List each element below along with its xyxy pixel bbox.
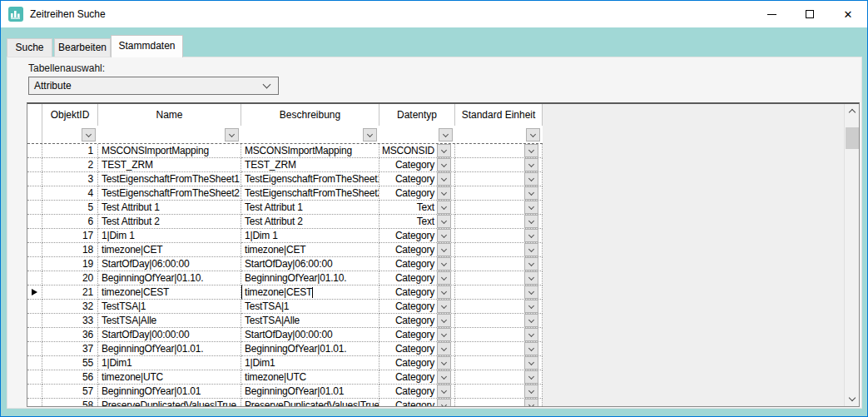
cell-beschreibung[interactable]: StartOfDay|00:00:00 <box>241 328 379 342</box>
cell-datentyp-dropdown[interactable] <box>437 271 451 285</box>
cell-datentyp[interactable]: Category <box>379 314 455 328</box>
cell-name[interactable]: timezone|UTC <box>98 370 241 385</box>
tab-stammdaten[interactable]: Stammdaten <box>111 35 183 57</box>
cell-standard-einheit-dropdown[interactable] <box>524 229 538 242</box>
cell-beschreibung[interactable]: BeginningOfYear|01.01 <box>241 385 379 399</box>
cell-objektid[interactable]: 21 <box>42 285 98 300</box>
cell-beschreibung[interactable]: Test Attribut 1 <box>241 201 379 215</box>
cell-datentyp[interactable]: MSCONSID <box>379 144 455 158</box>
cell-standard-einheit[interactable] <box>455 158 543 172</box>
cell-standard-einheit-dropdown[interactable] <box>524 285 538 299</box>
cell-beschreibung[interactable]: 1|Dim1 <box>241 356 379 370</box>
cell-standard-einheit-dropdown[interactable] <box>524 201 538 214</box>
cell-standard-einheit[interactable] <box>455 314 543 328</box>
cell-datentyp[interactable]: Category <box>379 186 455 201</box>
cell-objektid[interactable]: 6 <box>42 215 98 229</box>
cell-objektid[interactable]: 20 <box>42 271 98 285</box>
cell-standard-einheit-dropdown[interactable] <box>524 370 538 384</box>
row-header-cell[interactable] <box>27 201 42 215</box>
cell-beschreibung[interactable]: timezone|CEST <box>241 285 379 300</box>
cell-standard-einheit[interactable] <box>455 201 543 215</box>
cell-name[interactable]: BeginningOfYear|01.01. <box>98 342 241 356</box>
cell-datentyp-dropdown[interactable] <box>437 229 451 242</box>
cell-standard-einheit-dropdown[interactable] <box>524 300 538 313</box>
cell-datentyp-dropdown[interactable] <box>437 285 451 299</box>
row-header-cell[interactable] <box>27 144 42 158</box>
cell-objektid[interactable]: 33 <box>42 314 98 328</box>
cell-standard-einheit[interactable] <box>455 328 543 342</box>
cell-standard-einheit-dropdown[interactable] <box>524 385 538 398</box>
row-header-cell[interactable] <box>27 186 42 201</box>
cell-beschreibung[interactable]: TestTSA|Alle <box>241 314 379 328</box>
cell-datentyp-dropdown[interactable] <box>437 243 451 256</box>
cell-datentyp-dropdown[interactable] <box>437 370 451 384</box>
cell-objektid[interactable]: 32 <box>42 300 98 314</box>
cell-objektid[interactable]: 17 <box>42 229 98 243</box>
cell-standard-einheit-dropdown[interactable] <box>524 399 538 406</box>
cell-datentyp[interactable]: Category <box>379 356 455 370</box>
cell-datentyp[interactable]: Text <box>379 215 455 229</box>
cell-standard-einheit-dropdown[interactable] <box>524 243 538 256</box>
cell-name[interactable]: StartOfDay|00:00:00 <box>98 328 241 342</box>
cell-datentyp-dropdown[interactable] <box>437 215 451 228</box>
row-header-cell[interactable] <box>27 300 42 314</box>
cell-name[interactable]: TestEigenschaftFromTheSheet1 <box>98 172 241 186</box>
cell-datentyp[interactable]: Category <box>379 229 455 243</box>
cell-edit-box[interactable]: timezone|CEST <box>241 285 379 300</box>
cell-standard-einheit[interactable] <box>455 271 543 285</box>
cell-standard-einheit[interactable] <box>455 186 543 201</box>
cell-beschreibung[interactable]: StartOfDay|06:00:00 <box>241 257 379 271</box>
scroll-down-button[interactable] <box>845 392 860 406</box>
scrollbar-thumb[interactable] <box>846 127 859 149</box>
cell-standard-einheit[interactable] <box>455 370 543 385</box>
cell-name[interactable]: 1|Dim 1 <box>98 229 241 243</box>
cell-name[interactable]: StartOfDay|06:00:00 <box>98 257 241 271</box>
cell-objektid[interactable]: 1 <box>42 144 98 158</box>
cell-standard-einheit-dropdown[interactable] <box>524 271 538 285</box>
filter-beschreibung-dropdown[interactable] <box>363 128 377 141</box>
cell-datentyp[interactable]: Category <box>379 243 455 257</box>
cell-standard-einheit-dropdown[interactable] <box>524 342 538 355</box>
filter-datentyp-dropdown[interactable] <box>439 128 453 141</box>
cell-objektid[interactable]: 56 <box>42 370 98 385</box>
cell-datentyp[interactable]: Category <box>379 328 455 342</box>
cell-datentyp[interactable]: Category <box>379 300 455 314</box>
cell-objektid[interactable]: 19 <box>42 257 98 271</box>
cell-name[interactable]: BeginningOfYear|01.01 <box>98 385 241 399</box>
cell-objektid[interactable]: 3 <box>42 172 98 186</box>
row-header-cell[interactable] <box>27 399 42 406</box>
row-header-cell[interactable] <box>27 285 42 300</box>
cell-datentyp[interactable]: Category <box>379 399 455 406</box>
filter-standard-einheit-dropdown[interactable] <box>526 128 540 141</box>
cell-name[interactable]: MSCONSImportMapping <box>98 144 241 158</box>
cell-datentyp-dropdown[interactable] <box>437 314 451 327</box>
cell-objektid[interactable]: 5 <box>42 201 98 215</box>
cell-beschreibung[interactable]: BeginningOfYear|01.10. <box>241 271 379 285</box>
cell-datentyp-dropdown[interactable] <box>437 356 451 370</box>
cell-datentyp[interactable]: Category <box>379 271 455 285</box>
cell-name[interactable]: TestTSA|Alle <box>98 314 241 328</box>
cell-name[interactable]: BeginningOfYear|01.10. <box>98 271 241 285</box>
cell-standard-einheit-dropdown[interactable] <box>524 328 538 341</box>
cell-datentyp-dropdown[interactable] <box>437 300 451 313</box>
cell-datentyp-dropdown[interactable] <box>437 201 451 214</box>
cell-standard-einheit-dropdown[interactable] <box>524 144 538 157</box>
cell-datentyp-dropdown[interactable] <box>437 342 451 355</box>
filter-name-dropdown[interactable] <box>225 128 239 141</box>
cell-standard-einheit[interactable] <box>455 172 543 186</box>
cell-beschreibung[interactable]: 1|Dim 1 <box>241 229 379 243</box>
tab-suche[interactable]: Suche <box>7 38 52 57</box>
maximize-button[interactable] <box>791 1 829 27</box>
cell-standard-einheit[interactable] <box>455 229 543 243</box>
filter-objektid-dropdown[interactable] <box>82 128 96 141</box>
cell-name[interactable]: Test Attribut 1 <box>98 201 241 215</box>
tab-bearbeiten[interactable]: Bearbeiten <box>54 38 111 57</box>
cell-datentyp-dropdown[interactable] <box>437 172 451 186</box>
close-button[interactable]: ✕ <box>829 1 867 27</box>
cell-datentyp[interactable]: Category <box>379 385 455 399</box>
row-header-cell[interactable] <box>27 158 42 172</box>
cell-standard-einheit-dropdown[interactable] <box>524 172 538 186</box>
cell-standard-einheit[interactable] <box>455 300 543 314</box>
cell-beschreibung[interactable]: timezone|UTC <box>241 370 379 385</box>
cell-datentyp[interactable]: Category <box>379 342 455 356</box>
